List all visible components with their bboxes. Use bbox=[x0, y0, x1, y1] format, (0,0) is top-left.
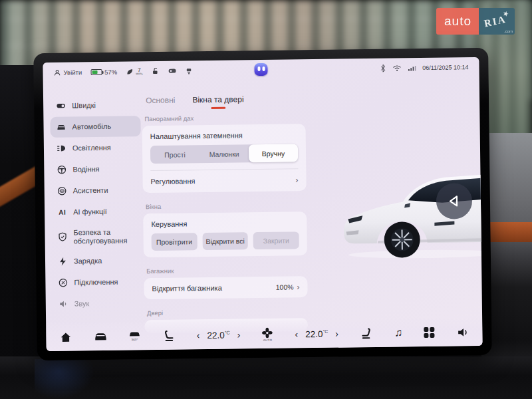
sidebar-item-label: Швидкі bbox=[72, 101, 96, 110]
roof-adjust-row[interactable]: Регулювання › bbox=[150, 169, 298, 186]
temp-left-down-button[interactable]: ‹ bbox=[197, 330, 200, 340]
signal-icon bbox=[408, 65, 416, 71]
dimming-segmented-control: Прості Малюнки Вручну bbox=[150, 144, 298, 164]
seat-icon bbox=[360, 327, 372, 339]
ventilate-button[interactable]: Провітрити bbox=[152, 233, 198, 251]
windows-control-label: Керування bbox=[151, 218, 299, 228]
volume-icon bbox=[456, 326, 469, 338]
sidebar-item-label: Підключення bbox=[74, 278, 118, 287]
bottom-dock: 360° ‹ 22.0°C › AUTO ‹ 22.0°C › bbox=[46, 318, 482, 351]
sidebar-item-security[interactable]: Безпека та обслуговування bbox=[51, 222, 142, 251]
fan-auto-label: AUTO bbox=[263, 339, 273, 342]
home-icon bbox=[59, 331, 72, 343]
datetime-label: 06/11/2025 10:14 bbox=[422, 64, 469, 71]
lightning-icon bbox=[58, 257, 68, 267]
key-fob-icon bbox=[168, 68, 177, 74]
photo-background: auto ★ RIA .com Увійти 57% bbox=[0, 0, 532, 399]
user-icon bbox=[53, 68, 61, 76]
sidebar-item-connectivity[interactable]: Підключення bbox=[52, 271, 142, 293]
sidebar-item-label: Освітлення bbox=[72, 144, 111, 152]
watermark-ria-box: ★ RIA .com bbox=[479, 8, 515, 35]
sidebar-item-charging[interactable]: Зарядка bbox=[52, 250, 142, 272]
trunk-card: Відкриття багажника 100% › bbox=[144, 276, 307, 299]
settings-sidebar: Швидкі Автомобіль Освітлення Водіння Аси… bbox=[50, 94, 143, 315]
headlight-icon bbox=[57, 144, 66, 154]
temp-right-unit: °C bbox=[323, 329, 328, 333]
camera-360-label: 360° bbox=[131, 339, 138, 342]
music-note-icon: ♫ bbox=[394, 327, 402, 338]
sidebar-item-label: Водіння bbox=[72, 165, 99, 174]
speaker-icon bbox=[59, 299, 68, 309]
trunk-open-label: Відкриття багажника bbox=[152, 284, 221, 293]
dimming-setting-label: Налаштування затемнення bbox=[150, 130, 298, 140]
temp-right-value: 22.0°C bbox=[305, 329, 328, 338]
sidebar-item-label: Звук bbox=[74, 300, 90, 309]
temp-left-unit: °C bbox=[225, 330, 230, 334]
chevron-right-icon: › bbox=[295, 175, 298, 184]
sidebar-item-driving[interactable]: Водіння bbox=[51, 158, 141, 180]
apps-grid-icon bbox=[424, 327, 435, 338]
vehicle-button[interactable] bbox=[94, 331, 107, 342]
section-title-doors: Двері bbox=[147, 307, 308, 317]
sidebar-item-label: Безпека та обслуговування bbox=[73, 227, 136, 245]
section-title-trunk: Багажник bbox=[146, 265, 307, 275]
close-all-button[interactable]: Закрити bbox=[253, 231, 299, 249]
status-bar: Увійти 57% 7 миль bbox=[43, 57, 479, 82]
shield-icon bbox=[57, 232, 67, 242]
watermark-ria-label: RIA bbox=[483, 14, 507, 30]
sidebar-item-label: Зарядка bbox=[74, 257, 102, 265]
ai-text-icon: AI bbox=[57, 207, 67, 217]
home-button[interactable] bbox=[59, 331, 72, 343]
autoria-watermark: auto ★ RIA .com bbox=[436, 8, 515, 35]
temp-control-left: ‹ 22.0°C › bbox=[197, 329, 241, 340]
music-button[interactable]: ♫ bbox=[394, 327, 402, 338]
ai-assistant-avatar[interactable] bbox=[254, 63, 267, 76]
open-all-button[interactable]: Відкрити всі bbox=[202, 232, 248, 250]
temp-right-down-button[interactable]: ‹ bbox=[295, 329, 298, 339]
roof-adjust-label: Регулювання bbox=[150, 177, 195, 186]
segment-patterns[interactable]: Малюнки bbox=[200, 144, 249, 163]
sidebar-item-vehicle[interactable]: Автомобіль bbox=[50, 116, 140, 138]
temp-right-up-button[interactable]: › bbox=[335, 329, 338, 339]
sidebar-item-lighting[interactable]: Освітлення bbox=[51, 137, 141, 159]
sidebar-item-label: AI функції bbox=[73, 207, 107, 216]
login-button[interactable]: Увійти bbox=[53, 68, 82, 76]
car-icon bbox=[56, 122, 66, 132]
segment-manual[interactable]: Вручну bbox=[249, 144, 298, 162]
seat-right-button[interactable] bbox=[360, 327, 372, 339]
bluetooth-icon bbox=[380, 65, 386, 72]
assist-eye-icon bbox=[57, 186, 67, 196]
link-icon bbox=[58, 278, 68, 288]
camera-360-icon bbox=[128, 331, 140, 338]
sidebar-item-sound[interactable]: Звук bbox=[53, 293, 143, 315]
watermark-auto-label: auto bbox=[436, 8, 479, 35]
climate-fan-button[interactable]: AUTO bbox=[262, 327, 273, 342]
settings-main: Основні Вікна та двері Панорамний дах На… bbox=[142, 94, 308, 333]
windows-button-row: Провітрити Відкрити всі Закрити bbox=[152, 231, 299, 251]
volume-button[interactable] bbox=[456, 326, 469, 338]
infotainment-screen: Увійти 57% 7 миль bbox=[43, 57, 482, 351]
tab-bar: Основні Вікна та двері bbox=[142, 94, 305, 105]
car-dock-icon bbox=[94, 331, 107, 342]
car-display-bezel: Увійти 57% 7 миль bbox=[33, 48, 492, 360]
temp-left-up-button[interactable]: › bbox=[237, 329, 240, 340]
temp-left-value: 22.0°C bbox=[207, 330, 229, 340]
tab-general[interactable]: Основні bbox=[146, 96, 175, 106]
camera-360-button[interactable]: 360° bbox=[128, 331, 140, 342]
tab-windows-doors[interactable]: Вікна та двері bbox=[192, 94, 243, 104]
sidebar-item-ai[interactable]: AI AI функції bbox=[51, 201, 142, 223]
lock-open-icon[interactable] bbox=[152, 67, 160, 75]
apps-button[interactable] bbox=[424, 327, 435, 338]
range-unit: миль bbox=[136, 72, 143, 76]
battery-status: 57% bbox=[90, 68, 117, 75]
segment-simple[interactable]: Прості bbox=[150, 145, 200, 164]
sidebar-item-assistants[interactable]: Асистенти bbox=[51, 180, 142, 201]
seat-left-button[interactable] bbox=[162, 329, 175, 342]
charger-icon bbox=[186, 67, 193, 74]
battery-percent: 57% bbox=[104, 68, 117, 75]
sidebar-item-quick[interactable]: Швидкі bbox=[50, 94, 140, 116]
steering-icon bbox=[57, 165, 66, 175]
battery-icon bbox=[90, 68, 102, 74]
chevron-right-icon: › bbox=[297, 282, 299, 291]
trunk-open-row[interactable]: Відкриття багажника 100% › bbox=[152, 282, 299, 293]
